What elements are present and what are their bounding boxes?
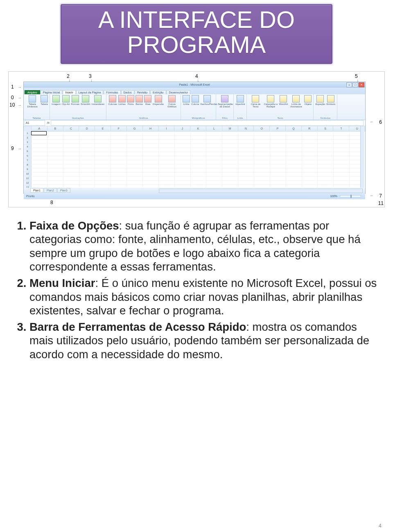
column-header[interactable]: J [174, 126, 190, 131]
ribbon-button[interactable]: Dispersão [153, 95, 164, 105]
ribbon-button[interactable]: Ganhos/Perdas [200, 95, 214, 105]
column-header[interactable]: R [302, 126, 318, 131]
tab-exibicao[interactable]: Exibição [150, 90, 166, 94]
minimize-button[interactable]: ‒ [346, 82, 352, 87]
ribbon-button[interactable]: Tabela [41, 95, 48, 105]
row-header[interactable]: 4 [24, 145, 31, 149]
column-header[interactable]: F [111, 126, 127, 131]
ribbon-group-caption: Minigráficos [183, 117, 214, 120]
leader-arrow: → [370, 194, 374, 198]
tab-dados[interactable]: Dados [121, 90, 134, 94]
column-header[interactable]: M [222, 126, 238, 131]
ribbon-button[interactable]: WordArt [279, 95, 288, 105]
ribbon-button[interactable]: Linha de Assinatura [289, 95, 303, 108]
zoom-control[interactable]: 100% [330, 193, 363, 199]
column-header[interactable]: I [159, 126, 175, 131]
ribbon-label: Dispersão [153, 103, 164, 105]
tab-formulas[interactable]: Fórmulas [104, 90, 120, 94]
ribbon-button[interactable]: Objeto [304, 95, 312, 105]
column-header[interactable]: A [32, 126, 47, 131]
column-header[interactable]: L [206, 126, 222, 131]
sheet-tab[interactable]: Plan1 [30, 188, 43, 193]
ribbon-button[interactable]: Outros Gráficos [165, 95, 179, 108]
horizontal-scrollbar[interactable] [159, 189, 363, 193]
select-all-corner[interactable] [24, 126, 32, 131]
ribbon: Tabela DinâmicaTabelaTabelasImagemClip-A… [24, 94, 365, 120]
column-header[interactable]: S [318, 126, 334, 131]
row-header[interactable]: 11 [24, 176, 31, 181]
ribbon-button[interactable]: Tabela Dinâmica [25, 95, 39, 108]
ribbon-icon [94, 95, 102, 102]
ribbon-button[interactable]: Cabeçalho e Rodapé [264, 95, 278, 108]
tab-pagina-inicial[interactable]: Página Inicial [41, 90, 63, 94]
ribbon-group-caption: Gráficos [108, 117, 179, 120]
ribbon-button[interactable]: Equação [315, 95, 325, 105]
ribbon-button[interactable]: Segmentação de Dados [218, 95, 232, 108]
column-header[interactable]: E [95, 126, 111, 131]
sheet-tab[interactable]: Plan2 [44, 188, 57, 193]
tab-desenvolvedor[interactable]: Desenvolvedor [167, 90, 191, 94]
ribbon-button[interactable]: Clip-Art [62, 95, 70, 105]
row-header[interactable]: 1 [24, 131, 31, 136]
ribbon-group: Caixa de TextoCabeçalho e RodapéWordArtL… [247, 94, 314, 120]
row-header[interactable]: 7 [24, 158, 31, 163]
row-header[interactable]: 12 [24, 181, 31, 185]
column-header[interactable]: K [190, 126, 206, 131]
column-header[interactable]: H [143, 126, 159, 131]
tab-revisao[interactable]: Revisão [135, 90, 150, 94]
formula-input[interactable] [51, 120, 364, 126]
ribbon-button[interactable]: Linhas [118, 95, 126, 105]
column-header[interactable]: P [270, 126, 286, 131]
column-header[interactable]: N [238, 126, 254, 131]
ribbon-button[interactable]: Hiperlink [235, 95, 245, 105]
ribbon-icon [144, 95, 151, 102]
spreadsheet-grid[interactable]: ABCDEFGHIJKLMNOPQRSTU 123456789101112131… [24, 126, 365, 188]
ribbon-button[interactable]: Imagem [52, 95, 61, 105]
ribbon-button[interactable]: Barras [136, 95, 143, 105]
callout-1: 1 [11, 84, 14, 90]
row-header[interactable]: 2 [24, 136, 31, 140]
fx-icon[interactable]: fx [46, 121, 51, 125]
name-box[interactable]: A1 [25, 120, 45, 126]
ribbon-icon [155, 95, 162, 102]
ribbon-button[interactable]: Formas [71, 95, 79, 105]
row-header[interactable]: 9 [24, 167, 31, 172]
ribbon-icon [203, 95, 211, 102]
zoom-slider[interactable] [340, 195, 361, 198]
ribbon-button[interactable]: Linha [183, 95, 190, 105]
column-header[interactable]: Q [286, 126, 302, 131]
active-cell[interactable] [31, 131, 47, 135]
vertical-scrollbar[interactable] [360, 126, 364, 188]
ribbon-label: Hiperlink [235, 103, 245, 105]
ribbon-button[interactable]: SmartArt [81, 95, 90, 105]
row-header[interactable]: 5 [24, 149, 31, 154]
ribbon-button[interactable]: Instantâneo [92, 95, 104, 105]
ribbon-icon [183, 95, 190, 102]
tab-layout[interactable]: Layout da Página [76, 90, 104, 94]
sheet-tab[interactable]: Plan3 [57, 188, 70, 193]
ribbon-button[interactable]: Símbolo [326, 95, 335, 105]
ribbon-button[interactable]: Área [144, 95, 151, 105]
window-titlebar[interactable]: Pasta1 - Microsoft Excel ‒ □ × [24, 82, 365, 88]
column-header[interactable]: C [63, 126, 79, 131]
column-header[interactable]: O [254, 126, 270, 131]
ribbon-button[interactable]: Coluna [191, 95, 199, 105]
column-header[interactable]: B [47, 126, 63, 131]
title-line-2: PROGRAMA [66, 32, 328, 57]
tab-inserir[interactable]: Inserir [63, 90, 75, 94]
row-header[interactable]: 8 [24, 163, 31, 167]
column-header[interactable]: T [333, 126, 349, 131]
leader-arrow: → [18, 95, 22, 100]
row-header[interactable]: 3 [24, 140, 31, 145]
ribbon-icon [52, 95, 60, 102]
ribbon-button[interactable]: Pizza [127, 95, 134, 105]
ribbon-button[interactable]: Caixa de Texto [248, 95, 262, 108]
column-header[interactable]: G [127, 126, 143, 131]
column-header[interactable]: D [79, 126, 95, 131]
row-header[interactable]: 6 [24, 154, 31, 158]
maximize-button[interactable]: □ [352, 82, 358, 87]
row-header[interactable]: 10 [24, 172, 31, 176]
file-tab[interactable]: Arquivo [25, 90, 40, 94]
ribbon-button[interactable]: Colunas [108, 95, 117, 105]
close-button[interactable]: × [359, 82, 364, 87]
